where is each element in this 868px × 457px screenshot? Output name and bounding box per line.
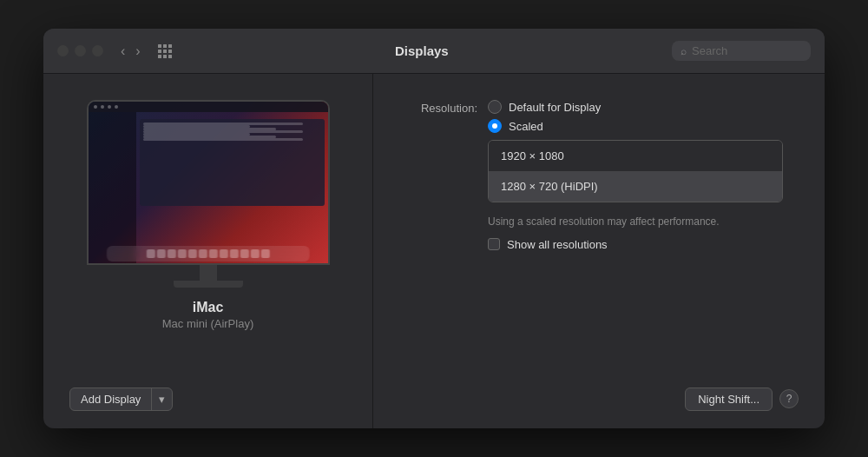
left-panel: iMac Mac mini (AirPlay) Add Display ▾	[43, 74, 373, 428]
help-button[interactable]: ?	[779, 389, 799, 408]
show-all-label: Show all resolutions	[507, 238, 608, 251]
search-icon: ⌕	[681, 45, 687, 57]
resolution-item-1920[interactable]: 1920 × 1080	[489, 141, 782, 171]
close-button[interactable]	[57, 45, 69, 56]
radio-default[interactable]: Default for Display	[488, 100, 601, 114]
add-display-label: Add Display	[70, 388, 152, 410]
displays-window: ‹ › Displays ⌕ Search	[43, 29, 825, 428]
traffic-lights	[57, 45, 103, 56]
stand-base	[174, 281, 243, 288]
radio-scaled-circle	[488, 119, 502, 133]
titlebar: ‹ › Displays ⌕ Search	[43, 29, 825, 74]
window-title: Displays	[182, 43, 661, 58]
performance-note: Using a scaled resolution may affect per…	[488, 215, 783, 229]
resolution-item-1280[interactable]: 1280 × 720 (HiDPI)	[489, 171, 782, 202]
screen-sidebar	[89, 112, 136, 263]
screen-window	[140, 119, 325, 206]
content: iMac Mac mini (AirPlay) Add Display ▾ Re…	[43, 74, 825, 428]
screen-content	[89, 112, 328, 263]
screen-menubar	[89, 102, 328, 112]
night-shift-button[interactable]: Night Shift...	[685, 387, 773, 411]
radio-scaled[interactable]: Scaled	[488, 119, 601, 133]
resolution-label: Resolution:	[399, 100, 477, 115]
display-stand	[87, 265, 330, 288]
stand-neck	[200, 265, 217, 281]
show-all-row[interactable]: Show all resolutions	[488, 238, 799, 251]
device-name: iMac	[193, 300, 224, 315]
radio-default-label: Default for Display	[509, 101, 601, 114]
resolution-options: Default for Display Scaled	[488, 100, 601, 133]
screen-main	[136, 112, 328, 263]
forward-button[interactable]: ›	[132, 42, 143, 61]
search-placeholder: Search	[692, 44, 727, 57]
nav-buttons: ‹ ›	[117, 42, 144, 61]
device-subtitle: Mac mini (AirPlay)	[162, 317, 253, 330]
grid-icon[interactable]	[158, 44, 172, 58]
radio-scaled-label: Scaled	[509, 120, 543, 133]
search-bar[interactable]: ⌕ Search	[672, 41, 811, 61]
add-display-arrow-icon: ▾	[152, 388, 172, 410]
screen-dock	[106, 246, 310, 262]
resolution-list-wrapper: 1920 × 1080 1280 × 720 (HiDPI)	[488, 140, 799, 209]
bottom-bar: Night Shift... ?	[399, 379, 799, 411]
back-button[interactable]: ‹	[117, 42, 128, 61]
radio-default-circle	[488, 100, 502, 114]
minimize-button[interactable]	[75, 45, 86, 56]
add-display-button[interactable]: Add Display ▾	[69, 387, 173, 411]
display-preview	[87, 100, 330, 265]
resolution-row: Resolution: Default for Display Scaled	[399, 100, 799, 133]
display-screen	[89, 102, 328, 263]
resolution-list: 1920 × 1080 1280 × 720 (HiDPI)	[488, 140, 783, 202]
show-all-checkbox[interactable]	[488, 238, 500, 250]
right-panel: Resolution: Default for Display Scaled 1…	[373, 74, 825, 428]
maximize-button[interactable]	[92, 45, 103, 56]
